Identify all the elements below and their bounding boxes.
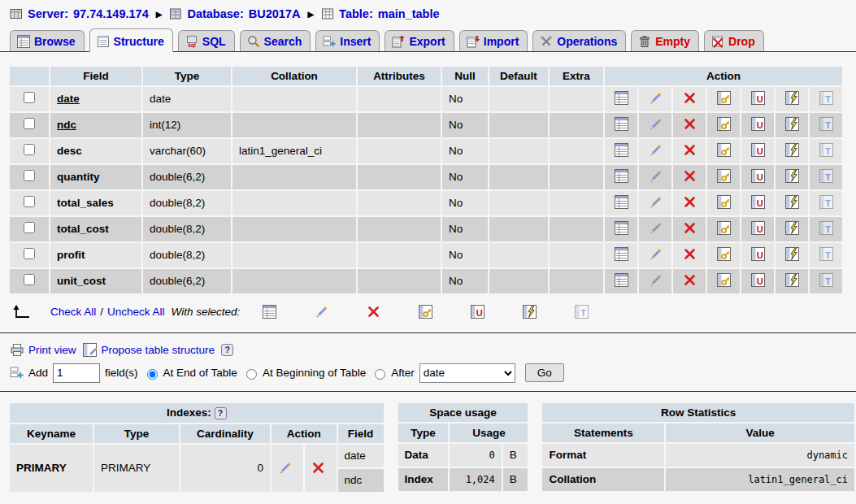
fulltext-action-button[interactable]: T <box>810 243 842 267</box>
fulltext-action-button[interactable]: T <box>810 87 842 111</box>
primary-action-button[interactable] <box>707 269 740 293</box>
browse-action-button[interactable] <box>605 269 637 293</box>
row-checkbox[interactable] <box>24 274 35 285</box>
unique-action-button[interactable]: U <box>741 217 774 241</box>
drop-index-button[interactable] <box>305 445 337 492</box>
index-action-button[interactable] <box>776 87 808 111</box>
index-action-button[interactable] <box>776 191 808 215</box>
tab-operations[interactable]: Operations <box>532 30 626 51</box>
row-checkbox[interactable] <box>24 170 35 181</box>
change-action-button[interactable] <box>639 113 671 137</box>
row-checkbox[interactable] <box>24 248 35 259</box>
radio-at-end[interactable] <box>147 369 158 380</box>
with-selected-fulltext-button[interactable]: T <box>575 305 627 319</box>
help-icon[interactable]: ? <box>221 344 233 356</box>
row-checkbox[interactable] <box>24 196 35 207</box>
index-action-button[interactable] <box>776 165 808 189</box>
help-icon[interactable]: ? <box>215 407 227 419</box>
primary-action-button[interactable] <box>707 217 740 241</box>
breadcrumb-server[interactable]: Server: 97.74.149.174 <box>10 7 149 20</box>
unique-action-button[interactable]: U <box>741 113 774 137</box>
propose-structure-link[interactable]: Propose table structure <box>83 343 215 357</box>
fulltext-action-button[interactable]: T <box>810 191 842 215</box>
unique-action-button[interactable]: U <box>741 87 774 111</box>
index-action-button[interactable] <box>776 243 808 267</box>
position-option-after[interactable]: After <box>371 367 415 380</box>
unique-action-button[interactable]: U <box>741 191 774 215</box>
drop-action-button[interactable] <box>673 165 706 189</box>
browse-action-button[interactable] <box>605 217 637 241</box>
edit-index-button[interactable] <box>272 445 303 492</box>
radio-at-beginning[interactable] <box>246 369 257 380</box>
with-selected-unique-button[interactable]: U <box>471 305 523 319</box>
drop-action-button[interactable] <box>673 113 706 137</box>
tab-structure[interactable]: Structure <box>89 28 173 52</box>
unique-action-button[interactable]: U <box>741 269 774 293</box>
tab-drop[interactable]: Drop <box>704 30 764 51</box>
with-selected-drop-button[interactable] <box>367 305 419 319</box>
index-action-button[interactable] <box>776 113 808 137</box>
fulltext-action-button[interactable]: T <box>810 139 842 163</box>
drop-action-button[interactable] <box>673 217 706 241</box>
tab-export[interactable]: Export <box>385 30 454 51</box>
browse-action-button[interactable] <box>605 139 637 163</box>
go-button[interactable]: Go <box>525 363 564 382</box>
check-all-link[interactable]: Check All <box>50 306 96 318</box>
drop-action-button[interactable] <box>673 269 706 293</box>
radio-after[interactable] <box>375 369 385 380</box>
drop-action-button[interactable] <box>673 191 706 215</box>
primary-action-button[interactable] <box>707 87 740 111</box>
row-checkbox[interactable] <box>24 92 35 103</box>
browse-action-button[interactable] <box>605 191 637 215</box>
breadcrumb-database[interactable]: Database: BU2017A <box>169 7 300 20</box>
row-checkbox[interactable] <box>24 118 35 129</box>
drop-action-button[interactable] <box>673 87 706 111</box>
change-action-button[interactable] <box>639 139 671 163</box>
fulltext-action-button[interactable]: T <box>810 113 842 137</box>
change-action-button[interactable] <box>639 217 671 241</box>
primary-action-button[interactable] <box>707 191 740 215</box>
tab-import[interactable]: Import <box>459 30 528 51</box>
primary-action-button[interactable] <box>707 113 740 137</box>
tab-search[interactable]: Search <box>240 30 311 51</box>
tab-browse[interactable]: Browse <box>10 30 85 51</box>
tab-sql[interactable]: sqlSQL <box>178 30 235 51</box>
index-action-button[interactable] <box>776 269 808 293</box>
drop-action-button[interactable] <box>673 243 706 267</box>
tab-insert[interactable]: Insert <box>315 30 380 51</box>
with-selected-change-button[interactable] <box>315 305 367 319</box>
uncheck-all-link[interactable]: Uncheck All <box>107 306 165 318</box>
position-option-end[interactable]: At End of Table <box>143 367 237 380</box>
fulltext-action-button[interactable]: T <box>810 217 842 241</box>
with-selected-primary-button[interactable] <box>419 305 471 319</box>
index-action-button[interactable] <box>776 139 808 163</box>
fulltext-action-button[interactable]: T <box>810 269 842 293</box>
browse-action-button[interactable] <box>605 165 637 189</box>
with-selected-browse-button[interactable] <box>263 305 315 319</box>
primary-action-button[interactable] <box>707 139 740 163</box>
tab-empty[interactable]: Empty <box>631 30 699 51</box>
drop-action-button[interactable] <box>673 139 706 163</box>
change-action-button[interactable] <box>639 87 671 111</box>
browse-action-button[interactable] <box>605 113 637 137</box>
unique-action-button[interactable]: U <box>741 243 774 267</box>
with-selected-index-button[interactable] <box>523 305 575 319</box>
breadcrumb-table[interactable]: Table: main_table <box>321 7 439 20</box>
unique-action-button[interactable]: U <box>741 139 774 163</box>
change-action-button[interactable] <box>639 191 671 215</box>
primary-action-button[interactable] <box>707 243 740 267</box>
browse-action-button[interactable] <box>605 87 637 111</box>
browse-action-button[interactable] <box>605 243 637 267</box>
add-count-input[interactable] <box>53 363 100 383</box>
position-option-begin[interactable]: At Beginning of Table <box>242 367 366 380</box>
unique-action-button[interactable]: U <box>741 165 774 189</box>
change-action-button[interactable] <box>639 269 671 293</box>
change-action-button[interactable] <box>639 243 671 267</box>
fulltext-action-button[interactable]: T <box>810 165 842 189</box>
primary-action-button[interactable] <box>707 165 740 189</box>
row-checkbox[interactable] <box>24 144 35 155</box>
print-view-link[interactable]: Print view <box>10 343 76 357</box>
row-checkbox[interactable] <box>24 222 35 233</box>
index-action-button[interactable] <box>776 217 808 241</box>
change-action-button[interactable] <box>639 165 671 189</box>
